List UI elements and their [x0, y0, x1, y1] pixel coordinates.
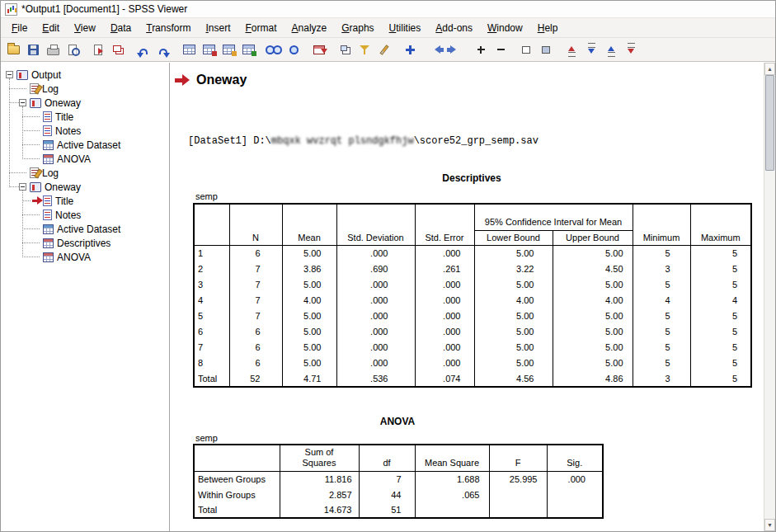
- col-header-se: Std. Error: [415, 204, 474, 246]
- tree-item-title-2[interactable]: Title: [1, 194, 169, 208]
- cell: 5.00: [282, 308, 336, 324]
- tree-item-oneway-1[interactable]: Oneway: [1, 96, 169, 110]
- next-item-glyph: [450, 45, 460, 54]
- value-labels-icon[interactable]: [239, 41, 257, 59]
- open-icon[interactable]: [4, 41, 22, 59]
- table-row: Within Groups 2.857 44 .065: [194, 487, 603, 502]
- collapse-item-icon[interactable]: [622, 41, 640, 59]
- menu-analyze[interactable]: Analyze: [285, 20, 335, 36]
- collapse-box[interactable]: [6, 71, 13, 78]
- toolbar-group-outline: [562, 41, 640, 59]
- output-heading-row: Oneway: [175, 73, 247, 87]
- menu-add-ons[interactable]: Add-ons: [428, 20, 480, 36]
- export-icon[interactable]: [89, 41, 107, 59]
- open-glyph: [7, 45, 20, 54]
- cell: 6: [229, 340, 282, 355]
- select-last-output-icon[interactable]: [310, 41, 328, 59]
- zoom-in-icon[interactable]: [472, 41, 490, 59]
- menu-insert[interactable]: Insert: [198, 20, 238, 36]
- censored-path-segment: mbqxk wvzrqt plsndgkfhjw: [271, 135, 414, 147]
- menu-utilities[interactable]: Utilities: [382, 20, 429, 36]
- tree-item-log-2[interactable]: Log: [1, 166, 169, 180]
- tree-item-notes-1[interactable]: Notes: [1, 124, 169, 138]
- print-icon[interactable]: [44, 41, 62, 59]
- goto-data-glyph: [183, 45, 195, 54]
- cell: 7: [229, 261, 282, 277]
- cell: .000: [336, 246, 415, 261]
- zoom-out-icon[interactable]: [491, 41, 510, 59]
- cell: 5.00: [553, 308, 633, 324]
- menu-file[interactable]: File: [4, 20, 35, 36]
- goto-case-glyph: [203, 45, 215, 54]
- menu-view[interactable]: View: [67, 20, 103, 36]
- expand-item-icon[interactable]: [602, 41, 620, 59]
- filter-icon[interactable]: [355, 41, 374, 59]
- cell: 5: [690, 277, 751, 293]
- cell: 5: [690, 261, 751, 277]
- scrollbar-thumb[interactable]: [765, 75, 774, 171]
- variables-icon[interactable]: [219, 41, 238, 59]
- scroll-down-button[interactable]: [764, 519, 775, 531]
- dataset-log-line[interactable]: [DataSet1] D:\mbqxk wvzrqt plsndgkfhjw\s…: [188, 135, 538, 147]
- menu-data[interactable]: Data: [103, 20, 139, 36]
- descriptives-title: Descriptives: [193, 172, 750, 184]
- scroll-up-button[interactable]: [764, 63, 775, 75]
- designate-window-icon[interactable]: [375, 41, 393, 59]
- tree-stub: [9, 172, 26, 173]
- tree-item-title-1[interactable]: Title: [1, 110, 169, 124]
- menu-window[interactable]: Window: [480, 20, 530, 36]
- cell: 7: [229, 277, 282, 293]
- tree-item-label: Output: [31, 69, 61, 81]
- cell: 4.50: [553, 261, 633, 277]
- show-item-icon[interactable]: [517, 41, 535, 59]
- next-item-icon[interactable]: [446, 41, 464, 59]
- tree-item-oneway-2[interactable]: Oneway: [1, 180, 169, 194]
- windows-icon[interactable]: [336, 41, 354, 59]
- table-row: 6 6 5.00 .000 .000 5.00 5.00 5 5: [194, 324, 751, 340]
- collapse-box[interactable]: [19, 99, 26, 106]
- tree-item-notes-2[interactable]: Notes: [1, 208, 169, 222]
- goto-data-icon[interactable]: [180, 41, 198, 59]
- output-heading[interactable]: Oneway: [196, 73, 247, 87]
- cell: [547, 487, 603, 502]
- toolbar-group-zoom: [472, 41, 510, 59]
- descriptives-table[interactable]: N Mean Std. Deviation Std. Error 95% Con…: [193, 203, 752, 388]
- tree-item-output[interactable]: Output: [1, 68, 169, 82]
- cell: 4.86: [553, 371, 633, 387]
- dialog-recall-icon[interactable]: [109, 41, 127, 59]
- content-pane[interactable]: Oneway [DataSet1] D:\mbqxk wvzrqt plsndg…: [170, 63, 764, 531]
- insert-heading-icon[interactable]: [401, 41, 419, 59]
- tree-item-active-dataset-1[interactable]: Active Dataset: [1, 138, 169, 152]
- toolbar-group-find: [265, 41, 303, 59]
- redo-icon[interactable]: [154, 41, 172, 59]
- cell: .000: [415, 246, 474, 261]
- menu-transform[interactable]: Transform: [139, 20, 198, 36]
- menu-graphs[interactable]: Graphs: [334, 20, 381, 36]
- menu-help[interactable]: Help: [530, 20, 566, 36]
- find-icon[interactable]: [265, 41, 283, 59]
- collapse-box[interactable]: [19, 183, 26, 191]
- toolbar-group-export: [89, 41, 127, 59]
- anova-table[interactable]: Sum of Squares df Mean Square F Sig. Bet…: [193, 444, 604, 519]
- goto-case-icon[interactable]: [200, 41, 218, 59]
- tree-item-descriptives[interactable]: Descriptives: [1, 236, 169, 250]
- menu-edit[interactable]: Edit: [35, 20, 67, 36]
- hide-item-icon[interactable]: [537, 41, 555, 59]
- demote-item-icon[interactable]: [582, 41, 600, 59]
- cell: .000: [336, 293, 415, 308]
- promote-item-icon[interactable]: [562, 41, 581, 59]
- tree-item-log-1[interactable]: Log: [1, 82, 169, 96]
- tree-item-anova-2[interactable]: ANOVA: [1, 250, 169, 264]
- tree-item-active-dataset-2[interactable]: Active Dataset: [1, 222, 169, 236]
- print-preview-icon[interactable]: [63, 41, 82, 59]
- previous-item-icon[interactable]: [426, 41, 444, 59]
- toolbar-group-undo: [134, 41, 172, 59]
- tree-item-anova-1[interactable]: ANOVA: [1, 152, 169, 166]
- undo-icon[interactable]: [134, 41, 153, 59]
- save-icon[interactable]: [24, 41, 42, 59]
- vertical-scrollbar[interactable]: [764, 63, 775, 531]
- use-sets-icon[interactable]: [285, 41, 303, 59]
- menu-bar: File Edit View Data Transform Insert For…: [1, 18, 775, 38]
- menu-format[interactable]: Format: [238, 20, 285, 36]
- filter-glyph: [360, 45, 370, 55]
